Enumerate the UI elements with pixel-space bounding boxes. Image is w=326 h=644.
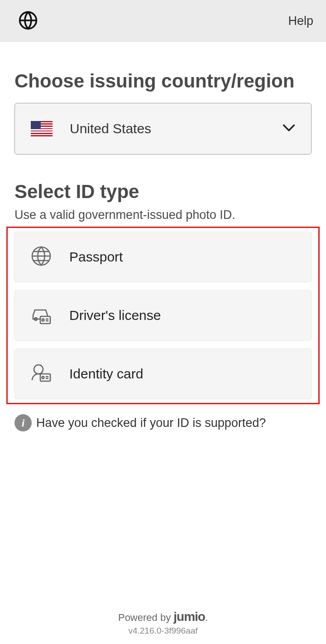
person-card-icon — [30, 362, 69, 386]
id-supported-info[interactable]: i Have you checked if your ID is support… — [14, 414, 312, 431]
id-option-label: Driver's license — [69, 308, 161, 323]
powered-by: Powered by jumio. — [0, 610, 326, 624]
passport-globe-icon — [30, 245, 69, 269]
help-link[interactable]: Help — [288, 14, 313, 28]
main-content: Choose issuing country/region United Sta… — [0, 42, 326, 610]
id-options-highlight: Passport Driver's license — [6, 227, 320, 404]
version-label: v4.216.0-3f996aaf — [0, 626, 326, 636]
chevron-down-icon — [283, 124, 295, 133]
country-selector[interactable]: United States — [14, 103, 312, 155]
id-option-label: Identity card — [69, 366, 143, 382]
id-option-identity-card[interactable]: Identity card — [14, 349, 312, 399]
us-flag-icon — [31, 121, 53, 136]
id-section-subtitle: Use a valid government-issued photo ID. — [14, 208, 312, 222]
country-selector-left: United States — [31, 121, 151, 136]
info-text: Have you checked if your ID is supported… — [36, 416, 266, 430]
country-section-title: Choose issuing country/region — [14, 70, 312, 92]
globe-icon[interactable] — [18, 10, 38, 32]
app-header: Help — [0, 0, 326, 42]
jumio-brand: jumio — [173, 610, 205, 624]
id-option-passport[interactable]: Passport — [14, 232, 312, 282]
svg-point-12 — [34, 365, 43, 374]
id-option-drivers-license[interactable]: Driver's license — [14, 290, 312, 341]
footer: Powered by jumio. v4.216.0-3f996aaf — [0, 610, 326, 644]
id-option-label: Passport — [69, 249, 123, 265]
info-icon: i — [14, 414, 32, 431]
id-section-title: Select ID type — [14, 181, 312, 203]
country-name: United States — [70, 121, 151, 136]
car-card-icon — [30, 304, 69, 327]
